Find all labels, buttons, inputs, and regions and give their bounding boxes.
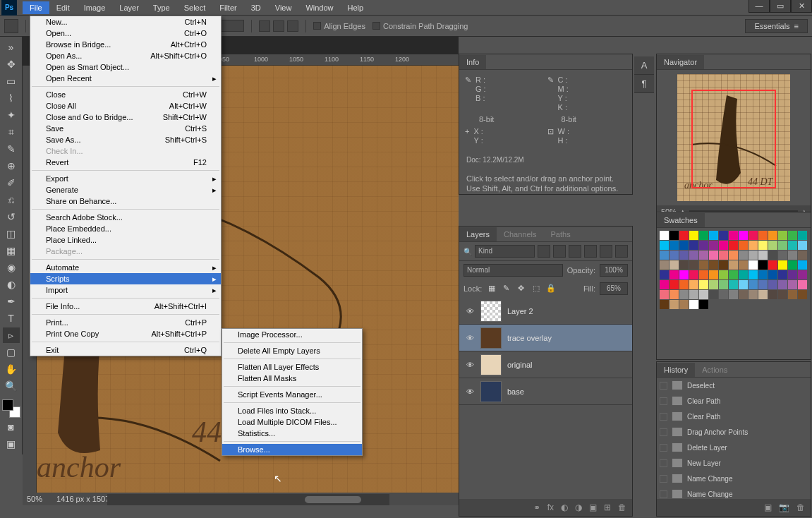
marquee-tool[interactable]: ▭ (3, 73, 20, 89)
filter-shape-icon[interactable] (584, 245, 597, 258)
blur-tool[interactable]: ◉ (3, 260, 20, 275)
eyedropper-tool[interactable]: ✎ (3, 141, 20, 157)
swatch[interactable] (679, 290, 689, 299)
close-window-button[interactable]: ✕ (791, 0, 812, 13)
menu-item-share-on-behance-[interactable]: Share on Behance... (30, 195, 221, 207)
lock-all-icon[interactable]: 🔒 (545, 284, 556, 294)
menu-item-search-adobe-stock-[interactable]: Search Adobe Stock... (30, 212, 221, 223)
swatch[interactable] (699, 251, 708, 260)
swatch[interactable] (798, 241, 807, 250)
group-icon[interactable]: ▣ (589, 502, 597, 512)
swatch[interactable] (768, 231, 777, 240)
swatch[interactable] (758, 260, 768, 270)
zoom-tool[interactable]: 🔍 (3, 378, 20, 394)
history-row[interactable]: Drag Anchor Points (657, 424, 811, 440)
new-layer-icon[interactable]: ⊞ (604, 502, 611, 512)
history-row[interactable]: New Layer (657, 455, 811, 471)
crop-tool[interactable]: ⌗ (3, 124, 20, 140)
swatch[interactable] (729, 241, 738, 250)
swatch[interactable] (729, 260, 738, 270)
history-tab[interactable]: History (657, 363, 695, 377)
swatch[interactable] (660, 260, 669, 270)
swatch[interactable] (719, 231, 728, 240)
swatch[interactable] (788, 270, 797, 279)
visibility-icon[interactable]: 👁 (459, 334, 480, 342)
menu-item-flatten-all-layer-effects[interactable]: Flatten All Layer Effects (222, 361, 362, 373)
swatch[interactable] (699, 231, 708, 240)
paragraph-panel-icon[interactable]: ¶ (634, 75, 654, 93)
swatch[interactable] (798, 270, 807, 279)
swatch[interactable] (660, 280, 669, 289)
swatch[interactable] (798, 290, 807, 299)
layer-thumbnail[interactable] (480, 327, 502, 349)
lock-trans-icon[interactable]: ▦ (486, 284, 497, 294)
swatch[interactable] (778, 251, 787, 260)
swatch[interactable] (739, 270, 748, 279)
layer-row[interactable]: 👁trace overlay (459, 325, 632, 351)
visibility-icon[interactable]: 👁 (459, 307, 480, 315)
history-brush-tool[interactable]: ↺ (3, 209, 20, 224)
menu-item-load-multiple-dicom-files-[interactable]: Load Multiple DICOM Files... (222, 416, 362, 428)
swatch[interactable] (660, 241, 669, 250)
swatch[interactable] (739, 231, 748, 240)
gradient-tool[interactable]: ▦ (3, 243, 20, 258)
actions-tab[interactable]: Actions (695, 363, 734, 377)
swatch[interactable] (758, 231, 768, 240)
healing-tool[interactable]: ⊕ (3, 158, 20, 174)
swatch[interactable] (699, 241, 708, 250)
swatches-tab[interactable]: Swatches (657, 213, 705, 227)
menu-item-statistics-[interactable]: Statistics... (222, 428, 362, 439)
swatch[interactable] (699, 300, 708, 309)
lock-pixels-icon[interactable]: ✎ (501, 284, 511, 294)
swatch[interactable] (739, 241, 748, 250)
swatch[interactable] (669, 260, 679, 270)
swatch[interactable] (699, 260, 708, 270)
menu-item-close-all[interactable]: Close AllAlt+Ctrl+W (30, 100, 221, 112)
swatch[interactable] (709, 270, 718, 279)
menu-item-close[interactable]: CloseCtrl+W (30, 89, 221, 100)
history-check[interactable] (660, 428, 667, 436)
layer-row[interactable]: 👁original (459, 351, 632, 378)
swatch[interactable] (669, 300, 679, 309)
menu-item-load-files-into-stack-[interactable]: Load Files into Stack... (222, 405, 362, 416)
visibility-icon[interactable]: 👁 (459, 387, 480, 396)
swatch[interactable] (689, 290, 698, 299)
swatch[interactable] (788, 231, 797, 240)
history-check[interactable] (660, 444, 667, 452)
history-check[interactable] (660, 382, 667, 390)
swatch[interactable] (729, 270, 738, 279)
swatch[interactable] (749, 251, 758, 260)
trash-icon[interactable]: 🗑 (618, 502, 626, 512)
menu-type[interactable]: Type (146, 1, 177, 14)
menu-item-new-[interactable]: New...Ctrl+N (30, 16, 221, 28)
swatch[interactable] (749, 290, 758, 299)
menu-item-save[interactable]: SaveCtrl+S (30, 123, 221, 134)
dodge-tool[interactable]: ◐ (3, 277, 20, 292)
history-check[interactable] (660, 475, 667, 483)
swatch[interactable] (679, 260, 689, 270)
swatch[interactable] (719, 280, 728, 289)
swatch[interactable] (778, 231, 787, 240)
history-row[interactable]: Clear Path (657, 393, 811, 409)
menu-item-open-as-smart-object-[interactable]: Open as Smart Object... (30, 61, 221, 73)
swatch[interactable] (749, 260, 758, 270)
swatch[interactable] (739, 280, 748, 289)
layer-thumbnail[interactable] (480, 301, 502, 322)
layer-thumbnail[interactable] (480, 354, 502, 375)
blend-mode-select[interactable]: Normal (463, 264, 563, 277)
menu-item-revert[interactable]: RevertF12 (30, 157, 221, 168)
h-scrollbar[interactable] (107, 494, 389, 505)
filter-smart-icon[interactable] (600, 245, 612, 258)
channels-tab[interactable]: Channels (497, 227, 543, 241)
swatch[interactable] (679, 270, 689, 279)
swatch[interactable] (749, 270, 758, 279)
tool-preset-icon[interactable] (4, 19, 18, 33)
menu-item-open-recent[interactable]: Open Recent (30, 73, 221, 84)
menu-item-close-and-go-to-bridge-[interactable]: Close and Go to Bridge...Shift+Ctrl+W (30, 112, 221, 123)
swatch[interactable] (778, 270, 787, 279)
layer-name[interactable]: base (507, 387, 524, 396)
swatch[interactable] (679, 241, 689, 250)
swatch[interactable] (719, 241, 728, 250)
swatch[interactable] (719, 270, 728, 279)
menu-filter[interactable]: Filter (212, 1, 243, 14)
